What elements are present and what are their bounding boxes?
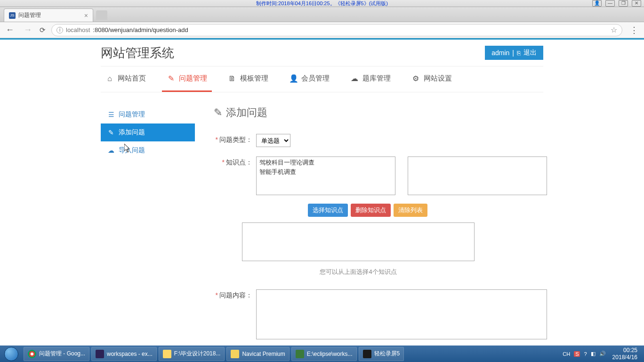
sidebar-item-label: 问题管理 (119, 110, 145, 119)
clear-list-button[interactable]: 清除列表 (394, 204, 427, 217)
user-logout-box[interactable]: admin | ⎘ 退出 (485, 46, 543, 60)
recorder-overlay-text: 制作时间:2018年04月16日00:25。《轻松录屏5》(试用版) (256, 0, 388, 7)
nav-label: 网站首页 (118, 74, 146, 83)
list-icon: ☰ (107, 111, 115, 118)
tab-favicon: JS (9, 12, 16, 19)
browser-addressbar: ← → ⟳ i localhost:8080/wenjuan/admin/que… (0, 22, 644, 38)
label-knowledge: *知识点： (214, 156, 256, 195)
label-content: *问题内容： (214, 289, 256, 341)
question-content-input[interactable] (256, 289, 547, 339)
browser-menu-button[interactable]: ⋮ (628, 25, 640, 35)
window-controls: 👤 — ❐ ✕ (592, 0, 641, 7)
row-content: *问题内容： (214, 289, 547, 341)
knowledge-target-list[interactable] (408, 156, 547, 195)
knowledge-selected-box[interactable] (242, 222, 475, 261)
sidebar: ☰ 问题管理 ✎ 添加问题 ☁ 导入问题 (101, 106, 195, 346)
site-info-icon[interactable]: i (56, 27, 63, 33)
row-knowledge: *知识点： 驾校科目一理论调查 智能手机调查 (214, 156, 547, 195)
list-item[interactable]: 智能手机调查 (258, 167, 394, 177)
maximize-button[interactable]: ❐ (619, 0, 628, 7)
tab-title: 问题管理 (18, 11, 41, 19)
browser-tabbar: JS 问题管理 × (0, 7, 644, 22)
tab-close-icon[interactable]: × (84, 12, 88, 19)
nav-label: 模板管理 (240, 74, 268, 83)
nav-label: 会员管理 (301, 74, 330, 83)
page-heading-text: 添加问题 (226, 106, 267, 120)
close-window-button[interactable]: ✕ (632, 0, 641, 7)
list-item[interactable]: 驾校科目一理论调查 (258, 158, 394, 167)
knowledge-buttons: 选择知识点 删除知识点 清除列表 (308, 204, 547, 217)
sidebar-item-import[interactable]: ☁ 导入问题 (101, 141, 195, 159)
nav-members[interactable]: 👤 会员管理 (284, 66, 334, 92)
page-viewport: 网站管理系统 admin | ⎘ 退出 ⌂ 网站首页 ✎ 问题管理 🗎 模板管理 (0, 38, 644, 346)
select-knowledge-button[interactable]: 选择知识点 (308, 204, 348, 217)
label-qtype: *问题类型： (214, 134, 256, 147)
remove-knowledge-button[interactable]: 删除知识点 (351, 204, 391, 217)
url-input[interactable]: i localhost:8080/wenjuan/admin/question-… (51, 24, 622, 36)
url-path: :8080/wenjuan/admin/question-add (93, 26, 188, 33)
edit-icon: ✎ (214, 107, 222, 119)
main-nav: ⌂ 网站首页 ✎ 问题管理 🗎 模板管理 👤 会员管理 ☁ 题库管理 ⚙ 网站设 (101, 66, 543, 92)
nav-home[interactable]: ⌂ 网站首页 (101, 66, 151, 92)
logout-label: 退出 (523, 49, 537, 57)
content-area: ✎ 添加问题 *问题类型： 单选题 *知识点： (214, 106, 547, 346)
forward-button[interactable]: → (22, 25, 34, 35)
sidebar-item-label: 导入问题 (119, 146, 145, 155)
minimize-button[interactable]: — (605, 0, 615, 7)
edit-icon: ✎ (167, 74, 175, 83)
nav-bank[interactable]: ☁ 题库管理 (346, 66, 395, 92)
window-titlebar: 制作时间:2018年04月16日00:25。《轻松录屏5》(试用版) 👤 — ❐… (0, 0, 644, 7)
current-username: admin (491, 49, 509, 57)
back-button[interactable]: ← (4, 25, 16, 35)
page-container: 网站管理系统 admin | ⎘ 退出 ⌂ 网站首页 ✎ 问题管理 🗎 模板管理 (101, 40, 543, 346)
url-host: localhost (66, 26, 90, 33)
knowledge-available-list[interactable]: 驾校科目一理论调查 智能手机调查 (256, 156, 395, 195)
edit-icon: ✎ (107, 129, 115, 136)
nav-label: 问题管理 (179, 74, 207, 83)
sidebar-item-add[interactable]: ✎ 添加问题 (101, 123, 195, 141)
gear-icon: ⚙ (411, 74, 420, 83)
body-row: ☰ 问题管理 ✎ 添加问题 ☁ 导入问题 ✎ 添加问题 (101, 106, 543, 346)
user-menu-button[interactable]: 👤 (592, 0, 602, 7)
user-icon: 👤 (289, 74, 298, 83)
new-tab-button[interactable] (96, 10, 107, 20)
knowledge-hint: 您可以从上面选择4个知识点 (242, 268, 475, 276)
nav-settings[interactable]: ⚙ 网站设置 (407, 66, 457, 92)
home-icon: ⌂ (105, 74, 114, 83)
sidebar-item-label: 添加问题 (119, 128, 145, 137)
row-qtype: *问题类型： 单选题 (214, 134, 547, 147)
select-qtype[interactable]: 单选题 (256, 134, 290, 147)
bookmark-star-icon[interactable]: ☆ (611, 25, 617, 34)
nav-label: 网站设置 (424, 74, 452, 83)
nav-label: 题库管理 (362, 74, 391, 83)
browser-tab[interactable]: JS 问题管理 × (4, 8, 93, 22)
reload-button[interactable]: ⟳ (40, 26, 46, 34)
site-header: 网站管理系统 admin | ⎘ 退出 (101, 40, 543, 66)
sidebar-item-manage[interactable]: ☰ 问题管理 (101, 106, 195, 123)
upload-icon: ☁ (107, 147, 115, 154)
nav-templates[interactable]: 🗎 模板管理 (223, 66, 273, 92)
doc-icon: 🗎 (228, 74, 236, 83)
cloud-icon: ☁ (350, 74, 359, 83)
site-title: 网站管理系统 (101, 45, 174, 61)
nav-questions[interactable]: ✎ 问题管理 (162, 66, 212, 92)
page-heading: ✎ 添加问题 (214, 106, 547, 120)
logout-icon: ⎘ (517, 49, 521, 57)
divider: | (512, 49, 514, 57)
